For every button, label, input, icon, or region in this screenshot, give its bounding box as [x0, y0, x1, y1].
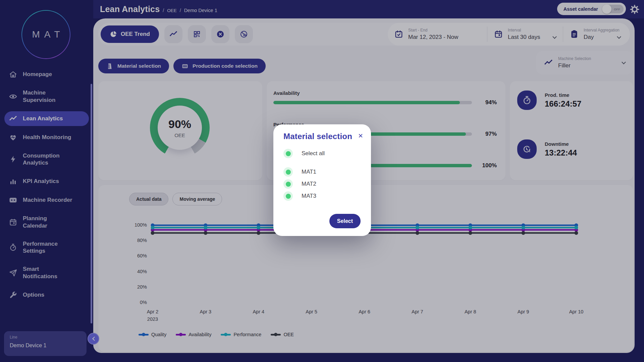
app-root: Lean Analytics / OEE / Demo Device 1 Ass…: [0, 0, 644, 362]
select-button[interactable]: Select: [329, 214, 361, 228]
modal-option-mat3[interactable]: MAT3: [283, 191, 325, 201]
modal-title: Material selection: [283, 132, 352, 141]
modal-option-label: MAT3: [302, 193, 316, 199]
modal-option-label: MAT2: [302, 181, 316, 187]
close-icon[interactable]: ×: [357, 132, 364, 140]
modal-option-mat2[interactable]: MAT2: [283, 179, 325, 189]
material-selection-modal: Material selection × Select allMAT1MAT2M…: [273, 124, 371, 236]
modal-option-select-all[interactable]: Select all: [283, 149, 325, 158]
modal-option-mat1[interactable]: MAT1: [283, 167, 325, 177]
modal-options: Select allMAT1MAT2MAT3: [283, 149, 325, 203]
modal-option-label: MAT1: [302, 169, 316, 175]
radio-selected-icon[interactable]: [283, 149, 293, 158]
radio-selected-icon[interactable]: [283, 191, 293, 201]
radio-selected-icon[interactable]: [283, 179, 293, 189]
radio-selected-icon[interactable]: [283, 167, 293, 177]
modal-option-label: Select all: [302, 150, 325, 157]
